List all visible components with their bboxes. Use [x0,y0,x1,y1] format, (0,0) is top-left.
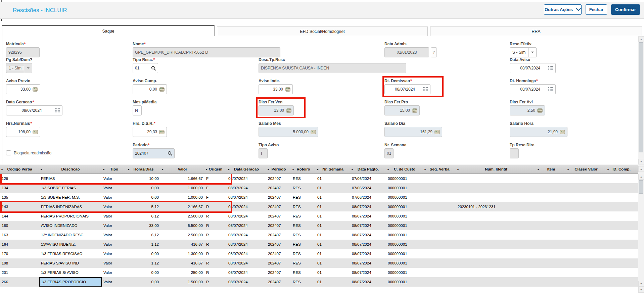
calendar-icon[interactable] [548,87,553,91]
grid-cell[interactable]: FERIAS [39,174,102,183]
grid-col-header[interactable]: ►Seq. Verba [423,165,456,174]
grid-cell[interactable]: 202407 [266,240,291,249]
grid-cell[interactable]: 20230101 - 20231231 [456,202,536,211]
grid-row-160[interactable]: 160AVISO INDENIZADOValor33,005.500,00R08… [0,221,638,230]
aviso-inde-input[interactable]: 33,00 [259,84,293,94]
grid-cell[interactable]: 202407 [266,277,291,287]
grid-col-header[interactable]: ►Periodo [266,165,291,174]
grid-cell[interactable] [566,193,606,202]
grid-cell[interactable]: F [204,193,227,202]
grid-cell[interactable]: 0,00 [127,249,160,258]
grid-cell[interactable]: Valor [102,268,127,277]
grid-cell[interactable]: 1/3 FERIAS S/ AVISO [39,268,102,277]
grid-cell[interactable] [423,240,456,249]
grid-cell[interactable] [566,183,606,193]
grid-cell[interactable]: R [204,240,227,249]
grid-cell[interactable]: 01 [316,174,350,183]
grid-cell[interactable]: 1,12 [127,240,160,249]
grid-cell[interactable]: 000000001 [386,202,423,211]
grid-cell[interactable]: 08/07/2024 [227,268,266,277]
grid-cell[interactable] [566,268,606,277]
grid-cell[interactable]: 129 [0,174,39,183]
calculator-icon[interactable] [159,87,165,92]
fechar-button[interactable]: Fechar [586,4,607,15]
grid-cell[interactable]: 08/07/2024 [350,258,386,268]
grid-cell[interactable] [423,174,456,183]
grid-cell[interactable]: 1.666,67 [160,174,204,183]
grid-cell[interactable]: RES [291,249,316,258]
grid-cell[interactable]: 0,00 [127,268,160,277]
grid-cell[interactable]: 0,00 [127,193,160,202]
grid-cell[interactable]: 000000001 [386,193,423,202]
grid-row-129[interactable]: 129FERIASValor10,001.666,67F08/07/202420… [0,174,638,183]
grid-cell[interactable] [423,211,456,221]
grid-cell[interactable]: 5.500,00 [160,221,204,230]
grid-cell[interactable]: Valor [102,174,127,183]
grid-cell[interactable]: 202407 [266,230,291,240]
grid-cell[interactable]: 01 [316,268,350,277]
grid-cell[interactable]: RES [291,277,316,287]
aviso-previo-input[interactable]: 33,00 [6,84,40,94]
grid-cell[interactable]: 08/07/2024 [350,277,386,287]
calendar-icon[interactable] [55,108,60,112]
grid-cell[interactable]: RES [291,193,316,202]
grid-cell[interactable]: 10,00 [127,174,160,183]
grid-cell[interactable]: RES [291,202,316,211]
tipo-resc-input[interactable]: 01 [133,63,158,73]
grid-cell[interactable]: RES [291,268,316,277]
grid-cell[interactable]: R [204,258,227,268]
grid-cell[interactable] [536,230,566,240]
grid-cell[interactable]: 08/07/2024 [227,174,266,183]
grid-row-163[interactable]: 16313º INDENIZADO RESCValor6,122.500,00R… [0,230,638,240]
grid-cell[interactable] [423,230,456,240]
scroll-up-icon[interactable]: ▲ [638,174,644,180]
grid-cell[interactable]: 08/07/2024 [227,249,266,258]
grid-cell[interactable]: 01 [316,193,350,202]
grid-cell[interactable]: 6,12 [127,211,160,221]
grid-cell[interactable]: 08/07/2024 [350,211,386,221]
grid-cell[interactable] [456,193,536,202]
grid-cell[interactable]: 07/06/2024 [350,174,386,183]
grid-cell[interactable] [456,211,536,221]
grid-cell[interactable]: 01 [316,221,350,230]
periodo-input[interactable]: 202407 [133,148,175,158]
grid-cell[interactable]: 1/3 FERIAS RESCISAO [39,249,102,258]
grid-cell[interactable]: 5,12 [127,202,160,211]
grid-row-135[interactable]: 1351/3 SOBRE FER. M.S.Valor0,001.000,00F… [0,193,638,202]
grid-cell[interactable]: 250,00 [160,268,204,277]
grid-cell[interactable]: 202407 [266,183,291,193]
grid-cell[interactable]: 000000001 [386,174,423,183]
grid-cell[interactable]: 33,00 [127,221,160,230]
grid-scroll-top-box[interactable]: ▲ [638,164,644,174]
grid-cell[interactable] [566,258,606,268]
bloqueia-readmissao-checkbox[interactable] [6,150,11,155]
hrs-normais-input[interactable]: 198,00 [6,127,40,137]
tab-saque[interactable]: Saque [2,25,215,36]
scroll-down-icon[interactable]: ▼ [638,287,644,293]
grid-cell[interactable]: 08/07/2024 [350,249,386,258]
grid-cell[interactable]: 08/07/2024 [350,230,386,240]
grid-cell[interactable]: R [204,249,227,258]
grid-cell[interactable]: Valor [102,193,127,202]
tab-rra[interactable]: RRA [430,27,642,36]
grid-cell[interactable] [536,240,566,249]
grid-col-header[interactable]: ►Tipo [102,165,127,174]
grid-cell[interactable] [423,193,456,202]
grid-cell[interactable]: 08/07/2024 [350,221,386,230]
calculator-icon[interactable] [285,87,290,92]
grid-cell[interactable] [456,183,536,193]
grid-cell[interactable] [606,277,637,287]
grid-cell[interactable] [456,258,536,268]
grid-cell[interactable]: F [204,183,227,193]
grid-cell[interactable]: R [204,268,227,277]
grid-cell[interactable]: 134 [0,183,39,193]
grid-col-header[interactable]: ►Valor [160,165,204,174]
grid-cell[interactable]: 01 [316,258,350,268]
calculator-icon[interactable] [33,87,38,92]
grid-cell[interactable]: RES [291,221,316,230]
grid-cell[interactable]: RES [291,258,316,268]
grid-cell[interactable]: 143 [0,202,39,211]
form-scrollbar[interactable]: ▲ ▼ [638,36,644,164]
dt-demissao-input[interactable]: 08/07/2024 [384,84,430,94]
grid-cell[interactable]: R [204,202,227,211]
